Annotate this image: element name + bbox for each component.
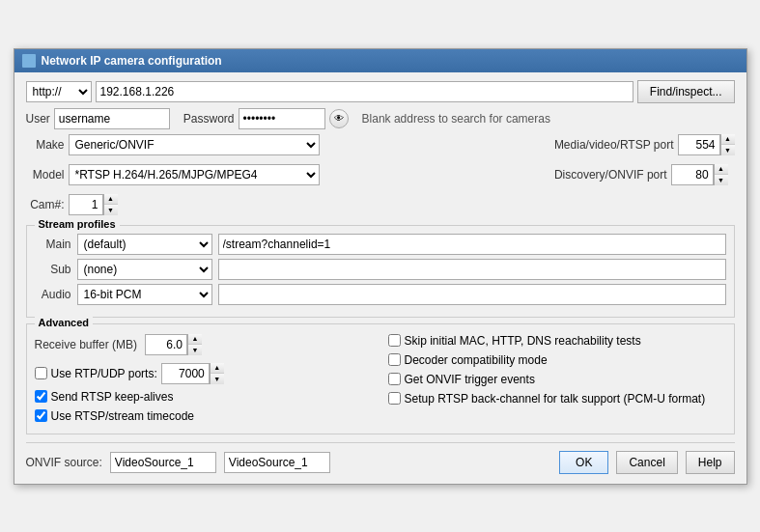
cam-label: Cam#: [26,198,65,211]
discovery-onvif-spin-arrows: ▲ ▼ [714,164,728,185]
onvif-source-2-input[interactable] [224,452,330,473]
model-row: Model *RTSP H.264/H.265/MJPG/MPEG4 [26,164,539,185]
model-select[interactable]: *RTSP H.264/H.265/MJPG/MPEG4 [69,164,320,185]
rtp-port-spin-arrows: ▲ ▼ [210,363,224,384]
discovery-onvif-spin-down[interactable]: ▼ [715,175,728,185]
audio-stream-input[interactable] [218,284,726,305]
decoder-compat-checkbox[interactable] [388,353,401,366]
receive-buffer-spinbox: ▲ ▼ [145,334,202,355]
onvif-source-label: ONVIF source: [26,456,102,469]
send-rtsp-label: Send RTSP keep-alives [51,390,174,404]
advanced-right: Skip initial MAC, HTTP, DNS reachability… [388,334,726,426]
make-model-row: Make Generic/ONVIF Model *RTSP H.264/H.2… [26,134,735,220]
blank-hint: Blank address to search for cameras [362,112,550,126]
receive-buffer-label: Receive buffer (MB) [35,338,137,351]
audio-select[interactable]: 16-bit PCM [77,284,212,305]
cam-spin-arrows: ▲ ▼ [103,194,118,215]
left-fields: Make Generic/ONVIF Model *RTSP H.264/H.2… [26,134,539,220]
use-rtsp-timecode-row: Use RTSP/stream timecode [35,409,373,423]
url-input[interactable] [96,81,633,102]
show-password-button[interactable]: 👁 [329,109,349,128]
skip-initial-checkbox[interactable] [388,334,401,347]
discovery-onvif-label: Discovery/ONVIF port [554,168,667,182]
sub-label: Sub [35,263,71,276]
use-rtp-row: Use RTP/UDP ports: ▲ ▼ [35,363,373,384]
receive-buffer-spin-up[interactable]: ▲ [188,334,202,345]
receive-buffer-row: Receive buffer (MB) ▲ ▼ [35,334,373,355]
find-inspect-button[interactable]: Find/inspect... [637,80,735,103]
setup-rtsp-row: Setup RTSP back-channel for talk support… [388,392,726,406]
advanced-left: Receive buffer (MB) ▲ ▼ Use RTP/UDP port… [35,334,373,426]
main-select[interactable]: (default) [77,234,212,255]
discovery-onvif-row: Discovery/ONVIF port ▲ ▼ [554,164,735,185]
user-label: User [26,112,50,126]
receive-buffer-spin-down[interactable]: ▼ [188,345,202,355]
make-select[interactable]: Generic/ONVIF [69,134,320,155]
discovery-onvif-input[interactable] [671,164,714,185]
sub-select[interactable]: (none) [77,259,212,280]
receive-buffer-spin-arrows: ▲ ▼ [187,334,202,355]
cam-spinbox: ▲ ▼ [69,194,118,215]
use-rtp-checkbox[interactable] [35,367,47,379]
media-rtsp-label: Media/video/RTSP port [554,138,674,152]
advanced-grid: Receive buffer (MB) ▲ ▼ Use RTP/UDP port… [35,334,726,426]
ok-button[interactable]: OK [559,451,608,474]
receive-buffer-input[interactable] [145,334,187,355]
sub-stream-row: Sub (none) [35,259,726,280]
get-onvif-checkbox[interactable] [388,373,401,385]
advanced-group: Advanced Receive buffer (MB) ▲ ▼ [26,323,735,434]
url-bar: http:// Find/inspect... [26,80,735,103]
use-rtp-label: Use RTP/UDP ports: [51,367,157,380]
use-rtsp-timecode-label: Use RTSP/stream timecode [51,409,195,423]
stream-rows: Main (default) Sub (none) Audio [35,234,726,305]
main-stream-input[interactable] [218,234,726,255]
main-label: Main [35,238,71,251]
right-fields: Media/video/RTSP port ▲ ▼ Discovery/ONVI… [554,134,735,220]
setup-rtsp-checkbox[interactable] [388,392,401,405]
get-onvif-row: Get ONVIF trigger events [388,373,726,386]
decoder-compat-label: Decoder compatibility mode [405,353,548,367]
media-rtsp-spinbox: ▲ ▼ [678,134,735,155]
cam-spin-down[interactable]: ▼ [104,205,118,215]
cam-input[interactable] [69,194,103,215]
stream-profiles-group: Stream profiles Main (default) Sub (none… [26,225,735,318]
media-rtsp-spin-down[interactable]: ▼ [721,145,735,155]
media-rtsp-spin-arrows: ▲ ▼ [720,134,735,155]
skip-initial-label: Skip initial MAC, HTTP, DNS reachability… [405,334,641,348]
cam-spin-up[interactable]: ▲ [104,194,118,205]
cam-row: Cam#: ▲ ▼ [26,194,539,215]
rtp-port-spin-up[interactable]: ▲ [211,363,224,374]
media-rtsp-row: Media/video/RTSP port ▲ ▼ [554,134,735,155]
use-rtsp-timecode-checkbox[interactable] [35,409,47,422]
send-rtsp-checkbox[interactable] [35,390,47,403]
audio-stream-row: Audio 16-bit PCM [35,284,726,305]
protocol-select[interactable]: http:// [26,81,92,102]
skip-initial-row: Skip initial MAC, HTTP, DNS reachability… [388,334,726,348]
media-rtsp-input[interactable] [678,134,720,155]
audio-label: Audio [35,288,71,301]
media-rtsp-spin-up[interactable]: ▲ [721,134,735,145]
help-button[interactable]: Help [686,451,735,474]
advanced-label: Advanced [35,317,94,328]
make-label: Make [26,138,65,152]
dialog-title: Network IP camera configuration [42,54,222,68]
password-label: Password [183,112,235,126]
password-input[interactable] [239,108,325,129]
onvif-source-1-input[interactable] [110,452,216,473]
discovery-onvif-spinbox: ▲ ▼ [671,164,728,185]
make-row: Make Generic/ONVIF [26,134,539,155]
dialog: Network IP camera configuration http:// … [14,48,747,485]
discovery-onvif-spin-up[interactable]: ▲ [715,164,728,175]
dialog-body: http:// Find/inspect... User Password 👁 … [14,72,746,484]
user-input[interactable] [54,108,170,129]
sub-stream-input[interactable] [218,259,726,280]
cancel-button[interactable]: Cancel [616,451,677,474]
title-bar: Network IP camera configuration [14,49,746,72]
model-label: Model [26,168,65,182]
main-stream-row: Main (default) [35,234,726,255]
stream-profiles-label: Stream profiles [35,218,120,230]
rtp-port-input[interactable] [161,363,210,384]
user-password-row: User Password 👁 Blank address to search … [26,108,735,129]
rtp-port-spin-down[interactable]: ▼ [211,374,224,384]
decoder-compat-row: Decoder compatibility mode [388,353,726,367]
